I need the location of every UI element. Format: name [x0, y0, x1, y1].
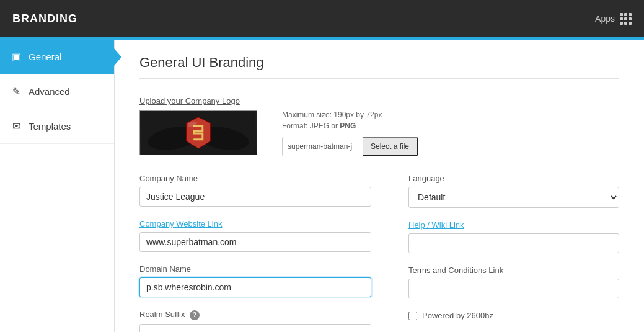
- app-header: BRANDING Apps: [0, 0, 644, 37]
- main-layout: ▣ General ✎ Advanced ✉ Templates General…: [0, 40, 644, 332]
- realm-suffix-label: Realm Suffix ?: [139, 310, 371, 320]
- form-left-column: Company Name Company Website Link Domain…: [139, 174, 371, 332]
- language-select[interactable]: Default English French German Spanish: [408, 187, 619, 208]
- upload-label-text: Upload your Company Logo: [139, 96, 240, 105]
- apps-grid-icon: [620, 13, 632, 25]
- company-name-label: Company Name: [139, 174, 371, 183]
- sidebar-item-advanced[interactable]: ✎ Advanced: [0, 74, 114, 109]
- company-name-input[interactable]: [139, 187, 371, 207]
- sidebar-item-templates[interactable]: ✉ Templates: [0, 109, 114, 144]
- terms-conditions-label: Terms and Conditions Link: [408, 266, 619, 275]
- monitor-icon: ▣: [10, 51, 22, 63]
- sidebar-item-general[interactable]: ▣ General: [0, 40, 114, 74]
- help-wiki-label: Help / Wiki Link: [408, 220, 619, 230]
- sidebar: ▣ General ✎ Advanced ✉ Templates: [0, 40, 115, 332]
- realm-suffix-info-icon[interactable]: ?: [190, 310, 200, 320]
- form-section: Company Name Company Website Link Domain…: [139, 174, 619, 332]
- app-title: BRANDING: [12, 12, 77, 25]
- company-website-input[interactable]: [139, 232, 371, 252]
- language-label: Language: [408, 174, 619, 183]
- logo-max-size: Maximum size: 190px by 72px: [282, 110, 619, 119]
- powered-by-checkbox[interactable]: [408, 312, 417, 320]
- apps-button[interactable]: Apps: [595, 13, 632, 25]
- sidebar-label-advanced: Advanced: [29, 86, 70, 97]
- powered-by-label: Powered by 2600hz: [422, 311, 493, 320]
- realm-suffix-group: Realm Suffix ?: [139, 310, 371, 332]
- help-wiki-group: Help / Wiki Link: [408, 220, 619, 253]
- sidebar-label-general: General: [29, 52, 61, 62]
- edit-icon: ✎: [10, 86, 22, 97]
- language-group: Language Default English French German S…: [408, 174, 619, 208]
- logo-upload-label: Upload your Company Logo: [139, 96, 619, 105]
- file-input-row: superman-batman-j Select a file: [282, 137, 418, 156]
- logo-controls: Maximum size: 190px by 72px Format: JPEG…: [282, 110, 619, 156]
- domain-name-group: Domain Name: [139, 264, 371, 297]
- domain-name-label: Domain Name: [139, 264, 371, 274]
- powered-by-group: Powered by 2600hz: [408, 311, 619, 320]
- company-name-group: Company Name: [139, 174, 371, 207]
- form-right-column: Language Default English French German S…: [408, 174, 619, 332]
- company-website-label: Company Website Link: [139, 219, 371, 228]
- main-content: General UI Branding Upload your Company …: [115, 40, 644, 332]
- mail-icon: ✉: [10, 120, 22, 132]
- company-website-group: Company Website Link: [139, 219, 371, 252]
- logo-upload-section: Upload your Company Logo: [139, 96, 619, 156]
- apps-label: Apps: [595, 14, 615, 24]
- realm-suffix-input[interactable]: [139, 324, 371, 332]
- company-website-link-label: Company Website Link: [139, 219, 222, 228]
- page-title: General UI Branding: [139, 55, 619, 79]
- logo-format: Format: JPEG or PNG: [282, 122, 619, 130]
- logo-preview: [139, 110, 257, 155]
- help-wiki-input[interactable]: [408, 233, 619, 253]
- terms-conditions-input[interactable]: [408, 279, 619, 298]
- sidebar-label-templates: Templates: [29, 121, 71, 132]
- logo-container: Maximum size: 190px by 72px Format: JPEG…: [139, 110, 619, 156]
- select-file-button[interactable]: Select a file: [363, 137, 418, 156]
- help-wiki-link-label: Help / Wiki Link: [408, 220, 464, 230]
- domain-name-input[interactable]: [139, 277, 371, 297]
- terms-conditions-group: Terms and Conditions Link: [408, 266, 619, 298]
- powered-by-row: Powered by 2600hz: [408, 311, 619, 320]
- file-name: superman-batman-j: [283, 138, 363, 155]
